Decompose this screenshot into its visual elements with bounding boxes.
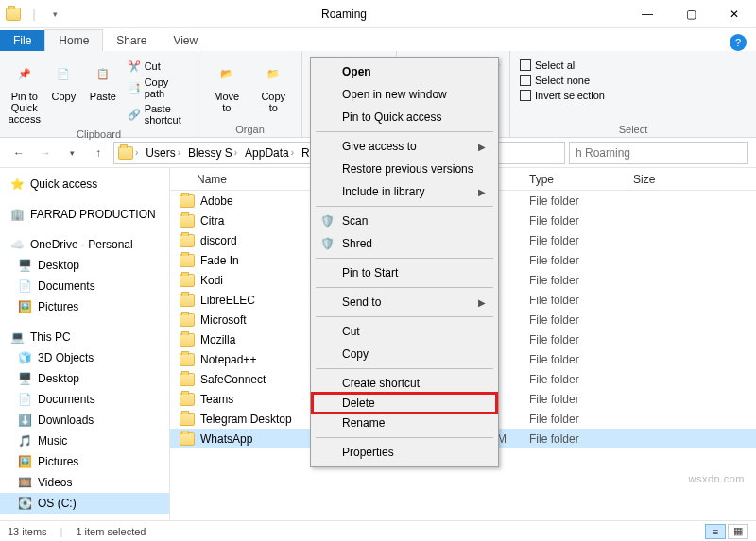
- search-text: h Roaming: [576, 146, 630, 160]
- sidebar-3d-objects[interactable]: 🧊3D Objects: [0, 347, 169, 368]
- folder-icon: [180, 432, 195, 446]
- sidebar-downloads[interactable]: ⬇️Downloads: [0, 410, 169, 431]
- ctx-pin-quick-access[interactable]: Pin to Quick access: [314, 106, 495, 128]
- col-size[interactable]: Size: [633, 173, 690, 186]
- copy-button[interactable]: 📄 Copy: [47, 55, 81, 102]
- pin-icon: 📌: [9, 59, 40, 89]
- ctx-give-access[interactable]: Give access to▶: [314, 135, 495, 158]
- ctx-pin-start[interactable]: Pin to Start: [314, 262, 495, 284]
- addr-folder-icon: [118, 146, 133, 160]
- chevron-right-icon: ▶: [478, 187, 486, 197]
- sidebar-videos[interactable]: 🎞️Videos: [0, 472, 169, 493]
- tab-file[interactable]: File: [0, 30, 44, 51]
- pin-quick-access-button[interactable]: 📌 Pin to Quick access: [8, 55, 42, 125]
- ctx-open-new-window[interactable]: Open in new window: [314, 83, 495, 106]
- recent-dropdown[interactable]: ▾: [60, 142, 83, 164]
- shield-icon: 🛡️: [319, 213, 335, 228]
- col-type[interactable]: Type: [529, 173, 633, 186]
- crumb-user[interactable]: Blessy S›: [184, 146, 241, 160]
- sidebar-music[interactable]: 🎵Music: [0, 431, 169, 451]
- ctx-shred[interactable]: 🛡️Shred: [314, 232, 495, 255]
- file-type: File folder: [529, 353, 633, 366]
- invert-icon: [520, 90, 531, 101]
- forward-button[interactable]: →: [34, 142, 57, 164]
- copy-to-button[interactable]: 📁 Copy to: [253, 55, 295, 113]
- invert-selection-button[interactable]: Invert selection: [518, 89, 607, 102]
- nav-sidebar[interactable]: ⭐Quick access 🏢FARRAD PRODUCTION ☁️OneDr…: [0, 168, 170, 520]
- videos-icon: 🎞️: [17, 475, 32, 490]
- tab-view[interactable]: View: [160, 30, 211, 51]
- help-icon[interactable]: ?: [730, 34, 747, 51]
- paste-button[interactable]: 📋 Paste: [86, 55, 120, 102]
- crumb-appdata[interactable]: AppData›: [241, 146, 298, 160]
- downloads-icon: ⬇️: [17, 413, 32, 428]
- ctx-copy[interactable]: Copy: [314, 343, 495, 365]
- file-type: File folder: [529, 234, 633, 247]
- ctx-cut[interactable]: Cut: [314, 320, 495, 343]
- ctx-send-to[interactable]: Send to▶: [314, 291, 495, 313]
- paste-label: Paste: [90, 91, 116, 102]
- file-type: File folder: [529, 214, 633, 228]
- sidebar-od-pictures[interactable]: 🖼️Pictures: [0, 296, 169, 317]
- sidebar-onedrive[interactable]: ☁️OneDrive - Personal: [0, 234, 169, 255]
- file-name: Fade In: [200, 254, 239, 267]
- file-name: Microsoft: [200, 313, 247, 327]
- maximize-button[interactable]: ▢: [669, 0, 713, 28]
- sidebar-this-pc[interactable]: 💻This PC: [0, 327, 169, 347]
- sidebar-documents[interactable]: 📄Documents: [0, 389, 169, 410]
- ctx-properties[interactable]: Properties: [314, 441, 495, 464]
- tab-home[interactable]: Home: [44, 29, 103, 51]
- cut-button[interactable]: ✂️Cut: [126, 59, 190, 74]
- sidebar-farrad[interactable]: 🏢FARRAD PRODUCTION: [0, 204, 169, 225]
- desktop-icon: 🖥️: [17, 258, 32, 273]
- sidebar-quick-access[interactable]: ⭐Quick access: [0, 174, 169, 194]
- sidebar-pictures[interactable]: 🖼️Pictures: [0, 451, 169, 472]
- file-type: File folder: [529, 373, 633, 386]
- sidebar-od-desktop[interactable]: 🖥️Desktop: [0, 255, 169, 276]
- paste-shortcut-button[interactable]: 🔗Paste shortcut: [126, 102, 190, 127]
- copy-path-button[interactable]: 📑Copy path: [126, 76, 190, 100]
- copy-label: Copy: [51, 91, 76, 102]
- file-name: discord: [200, 234, 237, 247]
- file-name: LibreELEC: [200, 294, 255, 307]
- file-name: Citra: [200, 214, 224, 228]
- file-name: Teams: [200, 393, 233, 406]
- ctx-open[interactable]: Open: [314, 60, 495, 83]
- file-type: File folder: [529, 294, 633, 307]
- details-view-button[interactable]: ≡: [705, 524, 726, 539]
- file-type: File folder: [529, 194, 633, 208]
- folder-icon: [180, 313, 195, 327]
- chevron-right-icon: ▶: [478, 142, 486, 152]
- up-button[interactable]: ↑: [87, 142, 110, 164]
- shield-icon: 🛡️: [319, 236, 335, 251]
- ctx-rename[interactable]: Rename: [314, 412, 495, 434]
- folder-icon: [180, 254, 195, 267]
- back-button[interactable]: ←: [8, 142, 30, 164]
- ctx-scan[interactable]: 🛡️Scan: [314, 210, 495, 232]
- qat-dropdown-icon[interactable]: ▾: [47, 7, 62, 22]
- sidebar-od-documents[interactable]: 📄Documents: [0, 276, 169, 296]
- file-name: WhatsApp: [200, 432, 252, 446]
- folder-icon: [180, 373, 195, 386]
- folder-icon: [180, 333, 195, 347]
- file-type: File folder: [529, 274, 633, 287]
- tab-share[interactable]: Share: [103, 30, 160, 51]
- large-icons-view-button[interactable]: ▦: [728, 524, 748, 539]
- select-all-button[interactable]: Select all: [518, 59, 607, 72]
- search-input[interactable]: h Roaming: [569, 142, 748, 164]
- documents-icon: 📄: [17, 392, 32, 407]
- select-all-icon: [520, 59, 531, 71]
- sidebar-os-c[interactable]: 💽OS (C:): [0, 493, 169, 514]
- chevron-right-icon: ▶: [478, 297, 486, 308]
- crumb-users[interactable]: Users›: [142, 146, 184, 160]
- ctx-restore-versions[interactable]: Restore previous versions: [314, 158, 495, 180]
- ctx-include-library[interactable]: Include in library▶: [314, 180, 495, 203]
- folder-icon: [180, 353, 195, 366]
- sidebar-desktop[interactable]: 🖥️Desktop: [0, 368, 169, 389]
- documents-icon: 📄: [17, 279, 32, 294]
- move-to-button[interactable]: 📂 Move to: [206, 55, 248, 113]
- minimize-button[interactable]: —: [626, 0, 669, 28]
- context-menu: Open Open in new window Pin to Quick acc…: [310, 57, 499, 467]
- select-none-button[interactable]: Select none: [518, 74, 607, 87]
- close-button[interactable]: ✕: [713, 0, 756, 28]
